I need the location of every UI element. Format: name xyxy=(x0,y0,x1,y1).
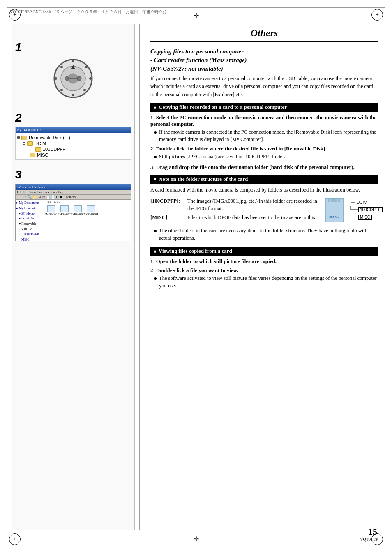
step-num-2: 2 xyxy=(150,145,153,152)
s3-step2-text: Double-click a file you want to view. xyxy=(156,267,238,273)
step2-bullet1: ● Still pictures (JPEG format) are saved… xyxy=(154,153,378,161)
page-number: 15 xyxy=(360,527,377,536)
svg-point-10 xyxy=(60,66,63,68)
section2-bullet1: ● The other folders in the card are nece… xyxy=(154,227,378,242)
subsection-line2: - Card reader function (Mass storage) xyxy=(150,57,247,63)
folder-dcim: DCIM xyxy=(35,141,46,146)
reg-mark-bl xyxy=(9,533,21,545)
svg-point-7 xyxy=(72,94,74,96)
step1-area: 1 xyxy=(15,41,131,99)
cross-bottom: ✛ xyxy=(192,535,200,542)
bullet-dot-s2: ● xyxy=(154,227,158,235)
section2-heading: Note on the folder structure of the card xyxy=(150,175,378,184)
step3-number: 3 xyxy=(15,168,131,181)
step-item-3: 3 Drag and drop the file onto the destin… xyxy=(150,164,378,171)
section2-intro: A card formatted with the movie camera i… xyxy=(150,186,378,194)
s3-step1-text: Open the folder to which still picture f… xyxy=(156,258,277,264)
camera-dial xyxy=(53,58,94,99)
page-number-area: 15 VQT0T18 xyxy=(360,527,377,542)
folder-descriptions: [100CDPFP]: The images (IMGA0001.jpg, et… xyxy=(150,197,320,224)
step2-area: 2 My Computer ⊟ Removable Disk (E:) ⊟ DC… xyxy=(15,111,131,160)
folder-entry-1: [100CDPFP]: The images (IMGA0001.jpg, et… xyxy=(150,197,320,212)
step1-bullet1-text: If the movie camera is connected in the … xyxy=(159,128,378,143)
left-panel: 1 xyxy=(12,24,135,530)
sd-100cdpfp: 100CDPFP xyxy=(358,207,383,212)
sd-misc: MISC xyxy=(358,215,372,220)
folder-100cdpfp: 100CDPFP xyxy=(43,147,66,152)
section1-heading: Copying files recorded on a card to a pe… xyxy=(150,103,378,112)
section-title: Others xyxy=(251,28,278,38)
s3-step2-bullet1-text: The software activated to view still pic… xyxy=(159,275,378,289)
folder-val-1: The images (IMGA0001.jpg, etc.) in this … xyxy=(187,197,320,212)
svg-text:256MB: 256MB xyxy=(329,215,339,219)
sd-dcim: DCIM xyxy=(355,200,369,205)
svg-rect-17 xyxy=(331,199,334,202)
step2-text: Double-click the folder where the desire… xyxy=(156,145,327,152)
s3-step-num-2: 2 xyxy=(150,267,153,273)
section2-bullet1-text: The other folders in the card are necess… xyxy=(159,227,378,242)
step-num-3: 3 xyxy=(150,164,153,170)
folder-misc: MISC xyxy=(37,152,48,157)
folder-root: Removable Disk (E:) xyxy=(29,135,70,140)
folder-entry-2: [MISC]: Files in which DPOF data has bee… xyxy=(150,214,320,221)
section3-heading: Viewing files copied from a card xyxy=(150,247,378,256)
subsection-title: Copying files to a personal computer - C… xyxy=(150,47,378,73)
step2-number: 2 xyxy=(15,111,131,125)
folder-key-1: [100CDPFP]: xyxy=(150,197,187,212)
s3-step-num-1: 1 xyxy=(150,258,153,264)
svg-point-8 xyxy=(60,89,63,91)
svg-point-5 xyxy=(89,77,92,80)
right-panel: Others Copying files to a personal compu… xyxy=(143,24,383,530)
page-code: VQT0T18 xyxy=(360,537,377,542)
bullet-dot-s3: ● xyxy=(154,275,158,283)
folder-key-2: [MISC]: xyxy=(150,214,187,221)
step-item-2: 2 Double-click the folder where the desi… xyxy=(150,145,378,161)
svg-rect-18 xyxy=(334,199,337,202)
bullet-dot: ● xyxy=(154,128,158,136)
step-num-1: 1 xyxy=(150,114,153,120)
panel-divider xyxy=(139,24,140,530)
step1-text: Select the PC connection mode on the mov… xyxy=(150,114,376,127)
subsection-line3: (NV-GS37/27: not available) xyxy=(150,65,223,72)
svg-point-9 xyxy=(55,77,57,80)
win-mockup-step3: Windows Explorer File Edit View Favorite… xyxy=(15,184,131,241)
step3-text: Drag and drop the file onto the destinat… xyxy=(156,164,355,170)
bullet-dot-2: ● xyxy=(154,153,158,161)
folder-tree-screenshot: My Computer ⊟ Removable Disk (E:) ⊟ DCIM… xyxy=(15,127,131,160)
header-text: VQT0T18EP-ENG.book 15 ページ ２００５年１１月２８日 月曜… xyxy=(10,9,167,15)
svg-point-4 xyxy=(85,66,88,68)
folder-val-2: Files in which DPOF data has been set to… xyxy=(187,214,320,221)
svg-rect-16 xyxy=(328,199,330,202)
intro-text: If you connect the movie camera to a per… xyxy=(150,75,378,99)
svg-point-3 xyxy=(72,60,74,62)
step1-bullet1: ● If the movie camera is connected in th… xyxy=(154,128,378,143)
section3-step2: 2 Double-click a file you want to view. … xyxy=(150,267,378,289)
s3-step2-bullet1: ● The software activated to view still p… xyxy=(154,275,378,289)
svg-point-6 xyxy=(83,89,86,91)
sd-card-diagram: 256MB DCIM xyxy=(325,197,378,224)
step3-area: 3 Windows Explorer File Edit View Favori… xyxy=(15,168,131,241)
subsection-line1: Copying files to a personal computer xyxy=(150,48,244,55)
folder-section: [100CDPFP]: The images (IMGA0001.jpg, et… xyxy=(150,197,378,224)
step1-number: 1 xyxy=(15,41,131,54)
header-bar: VQT0T18EP-ENG.book 15 ページ ２００５年１１月２８日 月曜… xyxy=(7,7,385,16)
svg-rect-19 xyxy=(338,199,340,202)
section-title-bar: Others xyxy=(150,24,378,42)
section3-step1: 1 Open the folder to which still picture… xyxy=(150,258,378,265)
step2-bullet1-text: Still pictures (JPEG format) are saved i… xyxy=(159,153,285,160)
step-item-1: 1 Select the PC connection mode on the m… xyxy=(150,114,378,143)
